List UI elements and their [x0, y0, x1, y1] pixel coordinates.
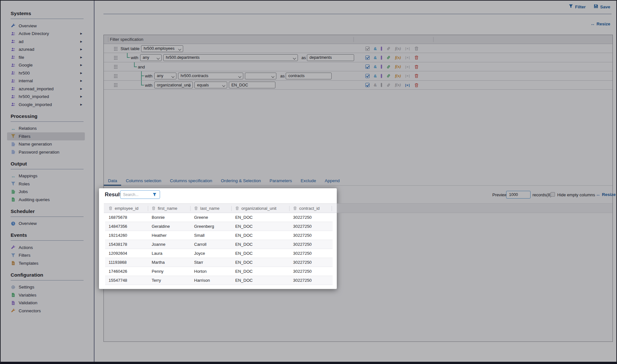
and-operator-icon[interactable]: &	[374, 74, 377, 78]
delete-row-icon[interactable]	[414, 46, 419, 51]
alias-input[interactable]	[286, 73, 332, 79]
preview-count-input[interactable]	[506, 191, 531, 199]
drag-handle-icon[interactable]	[114, 65, 118, 69]
sidebar-item-output-roles[interactable]: Roles	[7, 180, 85, 188]
operator-select[interactable]: equals	[194, 82, 227, 88]
chevron-right-icon[interactable]: ▶	[80, 64, 82, 67]
link-icon[interactable]	[386, 74, 391, 78]
column-header-organizational-unit[interactable]: organizational_unit	[232, 204, 290, 213]
delete-column-icon[interactable]	[293, 206, 297, 210]
sidebar-item-systems-ad[interactable]: ad▶	[7, 38, 85, 46]
sidebar-item-scheduler-overview[interactable]: Overview	[7, 220, 85, 228]
sidebar-item-configuration-validation[interactable]: Validation	[7, 299, 85, 307]
table-row[interactable]: 11193868MarthaStarrEN_DOC30227250	[105, 258, 333, 267]
or-operator-icon[interactable]	[381, 47, 382, 51]
delete-column-icon[interactable]	[109, 206, 112, 210]
and-operator-icon[interactable]: &	[374, 55, 377, 60]
absolute-value-icon[interactable]: |×|	[405, 56, 410, 59]
empty-select[interactable]	[245, 73, 276, 79]
table-select[interactable]: hr500.contracts	[178, 73, 243, 79]
column-header-first-name[interactable]: first_name	[148, 204, 191, 213]
tab-append[interactable]: Append	[325, 178, 340, 183]
tab-parameters[interactable]: Parameters	[270, 178, 292, 183]
table-select[interactable]: hr500.departments	[163, 54, 298, 61]
or-operator-icon[interactable]	[381, 83, 382, 87]
alias-input[interactable]	[307, 54, 354, 61]
row-enabled-checkbox[interactable]	[365, 83, 370, 87]
delete-row-icon[interactable]	[414, 55, 419, 60]
drag-handle-icon[interactable]	[114, 83, 118, 87]
sidebar-item-processing-name-generation[interactable]: Name generation	[7, 140, 85, 148]
link-icon[interactable]	[386, 55, 391, 60]
table-row[interactable]: 15438178JoanneCarrollEN_DOC30227250	[105, 240, 333, 249]
function-icon[interactable]: f(x)	[395, 55, 401, 60]
delete-row-icon[interactable]	[414, 83, 419, 87]
sidebar-item-systems-hr500[interactable]: hr500▶	[7, 69, 85, 77]
sidebar-item-processing-filters[interactable]: Filters	[7, 132, 85, 140]
sidebar-item-systems-azuread[interactable]: azuread▶	[7, 46, 85, 54]
or-operator-icon[interactable]	[381, 56, 382, 60]
delete-column-icon[interactable]	[235, 206, 239, 210]
quantifier-select[interactable]: any	[140, 54, 162, 61]
field-select[interactable]: organizational_unit	[154, 82, 193, 88]
table-row[interactable]: 17460426PennyHortonEN_DOC30227250	[105, 267, 333, 276]
delete-row-icon[interactable]	[414, 65, 419, 69]
row-enabled-checkbox[interactable]	[365, 56, 370, 60]
chevron-right-icon[interactable]: ▶	[80, 32, 82, 35]
tab-ordering-selection[interactable]: Ordering & Selection	[221, 178, 261, 183]
sidebar-item-systems-active-directory[interactable]: Active Directory▶	[7, 30, 85, 38]
function-icon[interactable]: f(x)	[395, 83, 401, 87]
search-funnel-icon[interactable]	[153, 193, 156, 197]
delete-column-icon[interactable]	[152, 206, 156, 210]
column-header-contract-id[interactable]: contract_id	[290, 204, 332, 213]
chevron-right-icon[interactable]: ▶	[80, 48, 82, 51]
and-operator-icon[interactable]: &	[374, 64, 377, 69]
table-row[interactable]: 16875678BonnieGreeneEN_DOC30227250	[105, 213, 333, 222]
absolute-value-icon[interactable]: |×|	[405, 83, 410, 87]
drag-handle-icon[interactable]	[114, 74, 118, 78]
sidebar-item-systems-google-imported[interactable]: Google_imported▶	[7, 101, 85, 109]
save-button[interactable]: Save	[594, 4, 610, 9]
drag-handle-icon[interactable]	[114, 47, 118, 51]
sidebar-item-events-templates[interactable]: Templates	[7, 259, 85, 267]
absolute-value-icon[interactable]: |×|	[405, 47, 410, 50]
function-icon[interactable]: f(x)	[395, 46, 401, 51]
table-row[interactable]: 12092604LauraJoyceEN_DOC30227250	[105, 249, 333, 258]
chevron-right-icon[interactable]: ▶	[80, 87, 82, 90]
row-enabled-checkbox[interactable]	[365, 65, 370, 69]
condition-value-input[interactable]	[229, 82, 275, 88]
sidebar-item-systems-hr500-imported[interactable]: hr500_imported▶	[7, 93, 85, 101]
column-header-last-name[interactable]: last_name	[191, 204, 232, 213]
chevron-right-icon[interactable]: ▶	[80, 40, 82, 43]
or-operator-icon[interactable]	[381, 74, 382, 78]
quantifier-select[interactable]: any	[154, 73, 176, 79]
link-icon[interactable]	[386, 65, 391, 69]
row-enabled-checkbox[interactable]	[365, 74, 370, 78]
chevron-right-icon[interactable]: ▶	[80, 79, 82, 82]
function-icon[interactable]: f(x)	[395, 64, 401, 69]
sidebar-item-configuration-settings[interactable]: Settings	[7, 283, 85, 291]
sidebar-item-systems-google[interactable]: Google▶	[7, 61, 85, 69]
chevron-right-icon[interactable]: ▶	[80, 56, 82, 59]
sidebar-item-processing-password-generation[interactable]: Password generation	[7, 148, 85, 156]
delete-row-icon[interactable]	[414, 74, 419, 78]
sidebar-item-output-auditing-queries[interactable]: Auditing queries	[7, 196, 85, 204]
sidebar-item-output-mappings[interactable]: ↔Mappings	[7, 172, 85, 180]
delete-column-icon[interactable]	[194, 206, 198, 210]
chevron-right-icon[interactable]: ▶	[80, 72, 82, 75]
absolute-value-icon[interactable]: |×|	[405, 65, 410, 69]
and-operator-icon[interactable]: &	[374, 83, 377, 87]
start-table-select[interactable]: hr500.employees	[141, 45, 183, 52]
drag-handle-icon[interactable]	[114, 56, 118, 60]
table-row[interactable]: 19214260HeatherSmallEN_DOC30227250	[105, 231, 333, 240]
filter-button[interactable]: Filter	[569, 4, 586, 9]
sidebar-item-systems-file[interactable]: file▶	[7, 53, 85, 61]
tab-data[interactable]: Data	[108, 178, 117, 183]
sidebar-item-configuration-connectors[interactable]: Connectors	[7, 307, 85, 315]
table-row[interactable]: 15547748TerryHarrisonEN_DOC30227250	[105, 276, 333, 285]
function-icon[interactable]: f(x)	[395, 74, 401, 78]
chevron-right-icon[interactable]: ▶	[80, 95, 82, 98]
resize-result-button[interactable]: ↔ Resize	[596, 192, 616, 197]
table-row[interactable]: 14847356GeraldineGreenbergEN_DOC30227250	[105, 222, 333, 231]
sidebar-item-systems-overview[interactable]: Overview	[7, 22, 85, 30]
